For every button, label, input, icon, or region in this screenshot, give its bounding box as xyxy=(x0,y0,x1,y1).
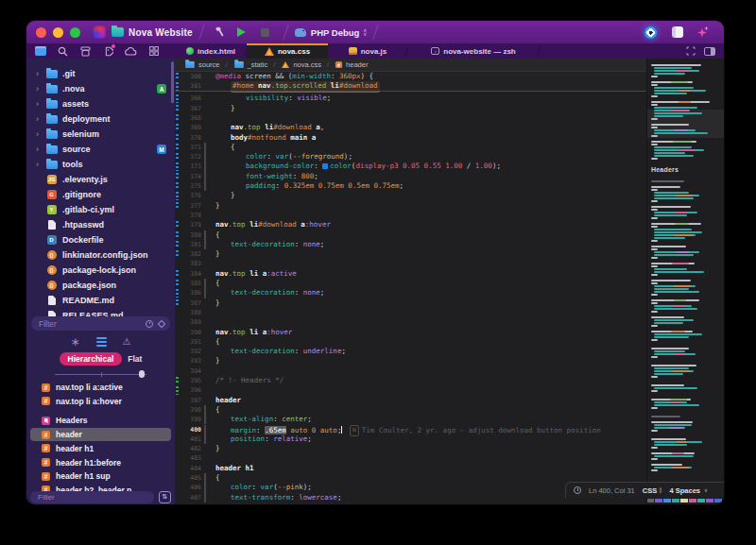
run-config-label[interactable]: PHP Debug xyxy=(311,27,360,38)
filter-diamond-icon[interactable] xyxy=(158,319,165,327)
code-line-370[interactable]: 370body#notfound main a xyxy=(175,133,646,143)
code-line-396[interactable]: 396 xyxy=(175,385,646,395)
code-line-380[interactable]: 380{ xyxy=(175,230,646,240)
code-line-379[interactable]: 379nav.top li#download a:hover xyxy=(175,220,646,230)
code-line-384[interactable]: 384nav.top li a:active xyxy=(175,269,646,279)
tree-item-dockerfile[interactable]: DDockerfile xyxy=(26,232,175,247)
chevron-right-icon[interactable]: › xyxy=(36,69,45,78)
code-line-377[interactable]: 377} xyxy=(175,201,646,211)
chevron-right-icon[interactable]: › xyxy=(36,84,45,94)
tree-item-tools[interactable]: ›tools xyxy=(26,157,175,172)
search-icon[interactable] xyxy=(57,45,69,57)
asterisk-tab-icon[interactable]: ∗ xyxy=(70,337,79,347)
breadcrumb-item[interactable]: source xyxy=(184,60,220,69)
toggle-hierarchical[interactable]: Hierarchical xyxy=(60,352,123,366)
code-line-387[interactable]: 387} xyxy=(175,298,646,308)
code-line-393[interactable]: 393} xyxy=(175,356,646,366)
tree-item-deployment[interactable]: ›deployment xyxy=(26,111,175,127)
language-selector[interactable]: CSS ∧∨ xyxy=(643,486,662,495)
code-line-390[interactable]: 390nav.top li a:hover xyxy=(175,328,646,337)
tree-item--eleventy-js[interactable]: JS.eleventy.js xyxy=(26,172,175,187)
toggle-flat[interactable]: Flat xyxy=(128,354,142,364)
code-line-378[interactable]: 378 xyxy=(175,211,646,220)
tree-item--gitignore[interactable]: G.gitignore xyxy=(26,187,175,202)
code-line-376[interactable]: 376} xyxy=(175,191,646,200)
tree-item-selenium[interactable]: ›selenium xyxy=(26,127,175,142)
grid-icon[interactable] xyxy=(147,45,160,57)
code-line-300[interactable]: 300@media screen && (min-width: 360px) { xyxy=(175,72,646,81)
history-clock-icon[interactable] xyxy=(574,486,581,494)
code-line-404[interactable]: 404header h1 xyxy=(175,464,646,473)
tree-item-package-json[interactable]: {}package.json xyxy=(26,278,175,293)
tree-item--nova[interactable]: ›.novaA xyxy=(26,81,175,96)
screenshot-icon[interactable] xyxy=(672,26,683,38)
files-icon[interactable] xyxy=(34,45,46,57)
code-line-399[interactable]: 399text-align: center; xyxy=(175,415,646,424)
code-line-301[interactable]: 301#home nav.top.scrolled li#download xyxy=(175,81,646,91)
tree-item--git[interactable]: ›.git xyxy=(26,66,175,81)
code-line-388[interactable]: 388 xyxy=(175,308,646,317)
code-line-383[interactable]: 383 xyxy=(175,259,646,268)
symbol-item-header-h1-before[interactable]: #header h1:before xyxy=(30,456,171,469)
symbol-item-nav-top-li-a-hover[interactable]: #nav.top li a:hover xyxy=(30,395,171,408)
stack-tab-icon[interactable] xyxy=(96,337,107,348)
tree-item--gitlab-ci-yml[interactable]: Y.gitlab-ci.yml xyxy=(26,202,175,217)
sparkle-icon[interactable] xyxy=(696,26,709,39)
minimap[interactable]: Headers xyxy=(646,59,724,504)
clock-icon[interactable] xyxy=(146,320,153,328)
run-config-stepper[interactable]: ∧∨ xyxy=(363,28,367,36)
stop-button[interactable] xyxy=(261,28,269,37)
code-line-381[interactable]: 381text-decoration: none; xyxy=(175,240,646,249)
tree-item-source[interactable]: ›sourceM xyxy=(26,142,175,157)
archive-icon[interactable] xyxy=(79,45,92,57)
code-line-395[interactable]: 395/* !- Headers */ xyxy=(175,376,646,385)
toggle-panel-icon[interactable] xyxy=(704,47,715,56)
code-line-385[interactable]: 385{ xyxy=(175,279,646,288)
code-line-373[interactable]: 373background-color: color(display-p3 0.… xyxy=(175,162,646,171)
tree-item-assets[interactable]: ›assets xyxy=(26,96,175,111)
code-line-403[interactable]: 403 xyxy=(175,453,646,463)
code-line-394[interactable]: 394 xyxy=(175,366,646,376)
code-line-398[interactable]: 398{ xyxy=(175,405,646,415)
symbol-item-header[interactable]: #header xyxy=(30,428,171,441)
tab-nova-website-zsh[interactable]: ›nova-website — zsh xyxy=(407,43,540,59)
zoom-window-button[interactable] xyxy=(70,27,80,38)
code-line-375[interactable]: 375padding: 0.325em 0.75em 0.5em 0.75em; xyxy=(175,181,646,191)
code-line-391[interactable]: 391{ xyxy=(175,337,646,347)
warning-tab-icon[interactable]: ⚠ xyxy=(123,337,131,347)
code-line-371[interactable]: 371{ xyxy=(175,143,646,152)
tab-nova-js[interactable]: nova.js xyxy=(328,43,407,59)
chevron-right-icon[interactable]: › xyxy=(36,99,45,109)
slider-thumb[interactable] xyxy=(139,370,145,378)
code-area[interactable]: 365z-index: unset;366visibility: visible… xyxy=(175,72,646,504)
code-line-367[interactable]: 367} xyxy=(175,104,646,113)
indent-selector[interactable]: 4 Spaces ∨ xyxy=(670,486,709,495)
tree-filter-input[interactable] xyxy=(36,492,148,502)
code-line-374[interactable]: 374font-weight: 800; xyxy=(175,172,646,181)
chevron-right-icon[interactable]: › xyxy=(36,160,45,169)
build-hammer-icon[interactable] xyxy=(215,24,226,41)
symbol-item-header-h1-sup[interactable]: #header h1 sup xyxy=(30,469,171,483)
cloud-icon[interactable] xyxy=(125,45,137,57)
code-line-372[interactable]: 372color: var(--foreground); xyxy=(175,152,646,162)
tab-nova-css[interactable]: nova.css xyxy=(247,43,328,59)
code-line-402[interactable]: 402} xyxy=(175,444,646,453)
chevron-right-icon[interactable]: › xyxy=(36,129,45,139)
code-line-366[interactable]: 366visibility: visible; xyxy=(175,94,646,103)
sidebar-scrollbar[interactable] xyxy=(171,61,174,103)
preview-eye-icon[interactable] xyxy=(644,26,657,39)
symbol-item-headers[interactable]: Headers xyxy=(30,414,171,427)
sort-icon[interactable]: ⇅ xyxy=(159,491,171,503)
tree-item-package-lock-json[interactable]: {}package-lock.json xyxy=(26,263,175,278)
breadcrumb-item[interactable]: #header xyxy=(335,60,368,69)
symbol-item-nav-top-li-a-active[interactable]: #nav.top li a:active xyxy=(30,381,171,394)
code-line-397[interactable]: 397header xyxy=(175,396,646,405)
code-line-400[interactable]: 400margin: .65em auto 0 auto;TCTim Coult… xyxy=(175,425,646,434)
minimize-window-button[interactable] xyxy=(53,27,63,38)
code-line-369[interactable]: 369nav.top li#download a, xyxy=(175,123,646,132)
symbol-item-header-h1[interactable]: #header h1 xyxy=(30,442,171,455)
code-line-368[interactable]: 368 xyxy=(175,113,646,123)
depth-slider[interactable] xyxy=(55,370,146,378)
tab-index-html[interactable]: index.html xyxy=(175,43,247,59)
code-line-386[interactable]: 386text-decoration: none; xyxy=(175,288,646,298)
